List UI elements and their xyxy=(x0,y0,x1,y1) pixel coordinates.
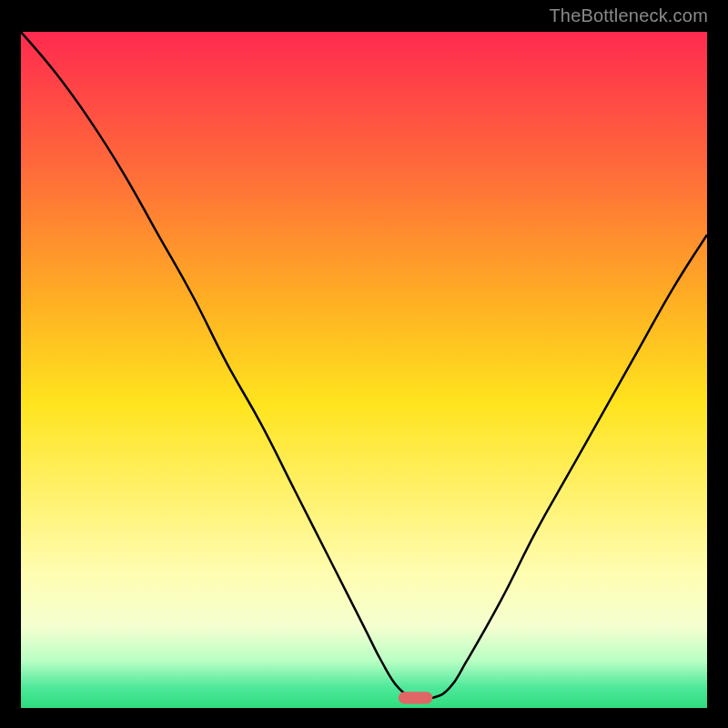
plot-svg xyxy=(21,32,707,708)
optimal-marker xyxy=(399,692,433,703)
gradient-background xyxy=(21,32,707,708)
plot-area xyxy=(21,32,707,708)
chart-container: TheBottleneck.com xyxy=(0,0,728,728)
watermark-text: TheBottleneck.com xyxy=(549,5,708,26)
